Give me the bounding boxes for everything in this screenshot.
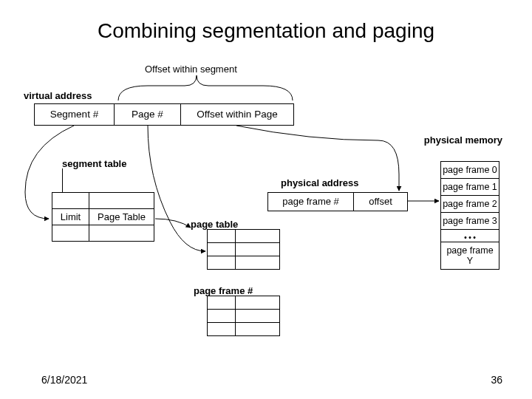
- physical-address-strip: page frame # offset: [267, 192, 408, 211]
- virtual-address-strip: Segment # Page # Offset within Page: [34, 103, 294, 126]
- label-page-table: page table: [191, 219, 238, 230]
- va-page-cell: Page #: [115, 104, 181, 125]
- pmem-frame-last: page frame Y: [441, 242, 499, 269]
- pmem-ellipsis: …: [441, 230, 499, 242]
- label-offset-within-segment: Offset within segment: [145, 64, 237, 75]
- segment-table-ptbl: Page Table: [89, 209, 154, 225]
- label-virtual-address: virtual address: [24, 90, 92, 101]
- label-physical-address: physical address: [281, 177, 359, 188]
- label-physical-memory: physical memory: [424, 134, 502, 146]
- segment-table-limit: Limit: [52, 209, 89, 225]
- page-table-upper: [207, 229, 280, 270]
- label-page-frame-num: page frame #: [194, 285, 253, 296]
- va-offset-cell: Offset within Page: [181, 104, 293, 125]
- pa-pageframe-cell: page frame #: [268, 193, 354, 211]
- pmem-frame: page frame 2: [441, 196, 499, 213]
- va-segment-cell: Segment #: [35, 104, 115, 125]
- pmem-frame: page frame 1: [441, 179, 499, 196]
- physical-memory-column: page frame 0 page frame 1 page frame 2 p…: [440, 161, 499, 270]
- footer-page-number: 36: [491, 374, 502, 386]
- label-segment-table: segment table: [62, 158, 126, 169]
- page-title: Combining segmentation and paging: [0, 19, 532, 43]
- page-table-lower: [207, 296, 280, 336]
- footer-date: 6/18/2021: [41, 374, 87, 386]
- pmem-frame: page frame 0: [441, 162, 499, 179]
- segment-table: Limit Page Table: [52, 192, 154, 242]
- connector-line: [62, 168, 63, 193]
- pa-offset-cell: offset: [354, 193, 407, 211]
